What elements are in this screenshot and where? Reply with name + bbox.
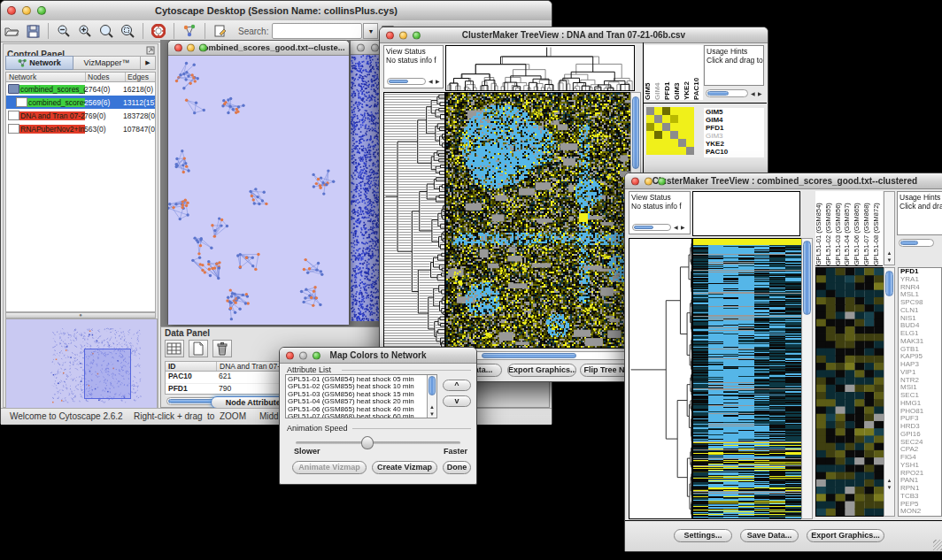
treeview1-titlebar[interactable]: ClusterMaker TreeView : DNA and Tran 07-…	[380, 27, 768, 43]
close-button[interactable]	[386, 31, 394, 39]
network-view-canvas[interactable]	[168, 56, 349, 325]
minimize-button[interactable]	[187, 44, 195, 52]
zoom-out-icon[interactable]	[54, 22, 73, 40]
column-label[interactable]: GIM5	[645, 45, 654, 100]
zoom-button[interactable]	[313, 351, 320, 359]
global-heatmap-canvas[interactable]	[692, 238, 802, 519]
dropdown-arrow-icon[interactable]: ▼	[363, 23, 378, 39]
network-row[interactable]: combined_scores_good.txt--clustered2569(…	[6, 96, 155, 109]
column-id[interactable]: ID	[166, 362, 217, 371]
zoom-heatmap-canvas[interactable]	[815, 267, 884, 517]
row-label[interactable]: GIM3	[704, 132, 764, 140]
vscroll-thumb[interactable]	[885, 271, 893, 296]
network-manager-icon[interactable]	[180, 22, 199, 40]
gene-list-vscrollbar[interactable]: ▲▼	[884, 267, 895, 517]
hscroll-thumb[interactable]	[482, 353, 576, 358]
row-label[interactable]: GIM4	[704, 116, 764, 124]
row-label[interactable]: YKE2	[704, 140, 764, 148]
zoom-button[interactable]	[413, 31, 421, 39]
move-down-button[interactable]: v	[443, 395, 471, 407]
animate-vizmap-button[interactable]: Animate Vizmap	[292, 461, 367, 474]
heatmap-canvas[interactable]	[445, 92, 631, 349]
scroll-down-icon[interactable]: ▼	[884, 257, 894, 264]
attribute-table-icon[interactable]	[165, 340, 184, 357]
done-button[interactable]: Done	[443, 461, 471, 474]
scroll-left-icon[interactable]: ◀	[751, 90, 755, 97]
row-label[interactable]: PFD1	[704, 124, 764, 132]
close-button[interactable]	[174, 44, 182, 52]
network-row[interactable]: combined_scores_good.txt2764(0)16218(0)	[6, 82, 155, 96]
resize-grip[interactable]	[933, 540, 942, 550]
create-vizmap-button[interactable]: Create Vizmap	[372, 461, 437, 474]
attribute-item[interactable]: GPL51-07 (GSM868) heat shock 60 min	[288, 413, 435, 418]
zoom-button[interactable]	[199, 44, 207, 52]
column-label[interactable]: GPL51-02 (GSM855)	[825, 191, 835, 265]
float-panel-icon[interactable]	[146, 46, 155, 55]
minimize-button[interactable]	[645, 177, 652, 185]
slider-thumb[interactable]	[361, 436, 374, 449]
panel-splitter[interactable]: ●	[5, 312, 156, 318]
label-vscrollbar[interactable]: ▲▼	[884, 191, 895, 265]
scroll-up-icon[interactable]: ▲	[884, 477, 894, 484]
zoom-fit-icon[interactable]	[97, 22, 116, 40]
row-label[interactable]: PAC10	[704, 148, 764, 156]
column-label[interactable]: GIM4	[654, 45, 664, 100]
usage-hints-hscrollbar[interactable]	[899, 239, 934, 247]
close-button[interactable]	[631, 177, 639, 185]
row-dendrogram-canvas[interactable]	[629, 238, 692, 519]
treeview-button[interactable]: Export Graphics...	[507, 364, 576, 377]
column-label[interactable]: GPL51-08 (GSM872)	[873, 191, 883, 265]
main-titlebar[interactable]: Cytoscape Desktop (Session Name: collins…	[1, 1, 552, 21]
treeview-button[interactable]: Settings...	[674, 529, 732, 542]
scroll-up-icon[interactable]: ▲	[428, 403, 436, 410]
column-network[interactable]: Network	[6, 73, 86, 81]
open-folder-icon[interactable]	[2, 22, 21, 40]
scroll-left-icon[interactable]: ◀	[674, 224, 678, 231]
annotation-icon[interactable]	[211, 22, 230, 40]
column-label[interactable]: YKE2	[683, 45, 693, 100]
row-dendrogram-canvas[interactable]	[383, 92, 445, 349]
minimize-button[interactable]	[299, 351, 307, 359]
treeview-button[interactable]: Save Data...	[740, 529, 799, 542]
search-input[interactable]	[272, 23, 362, 39]
treeview-button[interactable]: Export Graphics...	[807, 529, 884, 542]
network-row[interactable]: RNAPuberNov2+Int563(0)107847(0)	[6, 122, 155, 135]
treeview2-titlebar[interactable]: ClusterMaker TreeView : combined_scores_…	[625, 173, 942, 189]
minimize-button[interactable]	[22, 6, 31, 15]
column-dendrogram-canvas[interactable]	[445, 45, 635, 91]
minimize-button[interactable]	[371, 43, 379, 51]
tab-vizmapper[interactable]: VizMapper™	[73, 56, 141, 70]
new-attribute-icon[interactable]	[189, 340, 208, 357]
close-button[interactable]	[7, 6, 16, 15]
zoom-button[interactable]	[658, 177, 666, 185]
zoom-in-icon[interactable]	[75, 22, 95, 40]
usage-hints-hscrollbar[interactable]	[706, 89, 748, 97]
vscroll-thumb[interactable]	[429, 376, 436, 395]
column-label[interactable]: PAC10	[693, 45, 703, 100]
network-overview-canvas[interactable]	[5, 318, 158, 409]
dialog-titlebar[interactable]: Map Colors to Network	[280, 348, 476, 364]
column-label[interactable]: GPL51-04 (GSM857)	[844, 191, 853, 265]
scroll-down-icon[interactable]: ▼	[428, 410, 436, 418]
help-icon[interactable]	[149, 22, 168, 40]
minimize-button[interactable]	[399, 31, 407, 39]
column-label[interactable]: GPL51-06 (GSM865)	[853, 191, 863, 265]
scroll-right-icon[interactable]: ▶	[758, 90, 762, 97]
move-up-button[interactable]: ^	[443, 380, 471, 391]
scroll-left-icon[interactable]: ◀	[429, 78, 433, 85]
gene-label[interactable]: MON2	[900, 508, 941, 516]
scroll-right-icon[interactable]: ▶	[436, 78, 440, 85]
hscroll-thumb[interactable]	[707, 91, 729, 96]
column-label[interactable]: GPL51-03 (GSM856)	[835, 191, 845, 265]
scroll-up-icon[interactable]: ▲	[884, 249, 894, 257]
zoom-matrix-canvas[interactable]	[646, 107, 694, 155]
column-label[interactable]: GPL51-01 (GSM854)	[815, 191, 825, 265]
column-label[interactable]: PFD1	[664, 45, 674, 100]
more-tabs-button[interactable]: ▶	[141, 56, 156, 70]
column-label[interactable]: GIM3	[674, 45, 683, 100]
vscroll-thumb[interactable]	[632, 96, 639, 169]
network-row[interactable]: DNA and Tran 07-21-06b.csv769(0)183728(0…	[6, 109, 155, 122]
close-button[interactable]	[357, 43, 365, 51]
zoom-selected-icon[interactable]	[118, 22, 137, 40]
global-heatmap-vscrollbar[interactable]	[801, 238, 813, 519]
